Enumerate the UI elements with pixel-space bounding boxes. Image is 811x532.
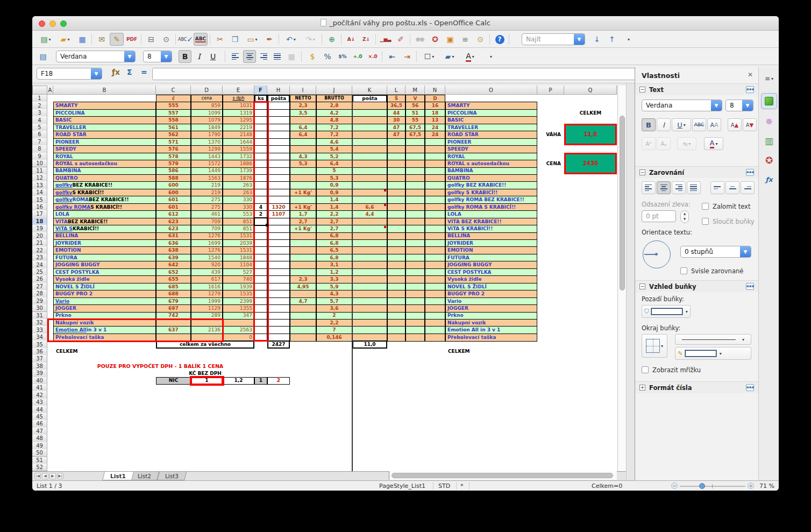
redo-icon[interactable]: ↷▾: [301, 33, 319, 46]
data-sources-icon[interactable]: ≡: [458, 33, 472, 46]
sort-ascending-icon[interactable]: A↓: [344, 33, 358, 46]
row-header-20[interactable]: 20: [32, 232, 47, 240]
row-header-44[interactable]: 44: [32, 406, 47, 413]
character-spacing-button[interactable]: ⇆▾: [677, 137, 696, 150]
align-right-button[interactable]: [672, 181, 686, 194]
column-header-D[interactable]: D: [191, 86, 223, 95]
copy-icon[interactable]: ❐: [228, 33, 242, 46]
cut-icon[interactable]: ✂: [213, 33, 227, 46]
row-header-1[interactable]: 1: [32, 95, 47, 102]
row-header-22[interactable]: 22: [32, 246, 47, 254]
sheet-nav-previous-icon[interactable]: ◀: [42, 473, 48, 479]
cena-label[interactable]: CENA: [537, 160, 561, 167]
total-price-cell[interactable]: 2427: [267, 341, 290, 349]
delete-decimal-button[interactable]: ×.0: [366, 50, 380, 63]
standard-format-button[interactable]: $%: [336, 50, 350, 63]
column-header-O[interactable]: O: [445, 86, 537, 95]
sheet-nav-first-icon[interactable]: |◀: [34, 473, 41, 479]
row-header-46[interactable]: 46: [32, 420, 47, 428]
row-header-41[interactable]: 41: [32, 384, 47, 392]
navigator-icon[interactable]: ✪: [428, 33, 442, 46]
align-bottom-button[interactable]: [741, 181, 755, 194]
row-header-21[interactable]: 21: [32, 239, 47, 247]
section-text[interactable]: − Text ▪▪▪: [635, 83, 758, 95]
save-icon[interactable]: ▦: [75, 33, 89, 46]
row-header-13[interactable]: 13: [32, 181, 47, 189]
dph-cell-1[interactable]: 1: [191, 377, 223, 385]
increase-font-button[interactable]: A▲: [728, 118, 742, 131]
add-decimal-button[interactable]: +.0: [351, 50, 365, 63]
subscript-button[interactable]: Aₐ: [657, 137, 671, 150]
align-middle-button[interactable]: [725, 181, 739, 194]
formula-input[interactable]: [152, 68, 656, 80]
row-header-35[interactable]: 35: [32, 341, 47, 348]
row-header-8[interactable]: 8: [32, 145, 47, 153]
borders-button[interactable]: ☐▾: [419, 50, 439, 63]
vertical-scrollbar-thumb[interactable]: [620, 116, 625, 290]
column-header-J[interactable]: J: [316, 86, 352, 95]
row-header-29[interactable]: 29: [32, 297, 47, 305]
row-header-38[interactable]: 38: [32, 363, 47, 370]
row-header-23[interactable]: 23: [32, 254, 47, 261]
align-justify-button[interactable]: [271, 50, 284, 63]
percent-button[interactable]: %: [321, 50, 335, 63]
column-header-E[interactable]: E: [223, 86, 254, 95]
align-left-button[interactable]: [642, 181, 656, 194]
row-header-42[interactable]: 42: [32, 391, 47, 399]
background-color-button[interactable]: ▰▾: [440, 50, 459, 63]
row-header-19[interactable]: 19: [32, 225, 47, 232]
toolbar-overflow-icon[interactable]: ▾: [484, 50, 497, 63]
sidebar-menu-icon[interactable]: ≡▾: [761, 70, 777, 87]
underline-button[interactable]: U: [207, 50, 219, 63]
chevron-down-icon[interactable]: ▼: [711, 100, 722, 111]
sheet-nav-last-icon[interactable]: ▶|: [57, 473, 63, 479]
dph-cell-3[interactable]: 1: [254, 377, 267, 385]
row-header-51[interactable]: 51: [32, 457, 47, 464]
row-header-48[interactable]: 48: [32, 435, 47, 442]
row-header-28[interactable]: 28: [32, 290, 47, 297]
row-header-37[interactable]: 37: [32, 355, 47, 363]
panel-close-icon[interactable]: ✕: [748, 71, 753, 79]
find-and-replace-icon[interactable]: ◎◎: [413, 33, 427, 46]
strikethrough-button[interactable]: ABC: [692, 118, 706, 131]
row-header-30[interactable]: 30: [32, 304, 47, 312]
new-document-icon[interactable]: ▤▾: [37, 33, 55, 46]
indent-spinner[interactable]: ▲▼: [680, 210, 689, 223]
increase-indent-button[interactable]: ⇥: [400, 50, 414, 63]
bold-button[interactable]: B: [642, 118, 656, 131]
column-header-K[interactable]: K: [352, 86, 387, 95]
total-weight-cell[interactable]: 11,0: [352, 341, 387, 349]
sheet-nav-next-icon[interactable]: ▶: [49, 473, 56, 479]
cell-m34[interactable]: [406, 334, 425, 342]
chevron-down-icon[interactable]: ▼: [742, 100, 753, 111]
row-header-3[interactable]: 3: [32, 109, 47, 117]
row-header-45[interactable]: 45: [32, 413, 47, 421]
column-header-F[interactable]: F: [254, 86, 267, 95]
collapse-icon[interactable]: −: [639, 283, 645, 289]
send-email-icon[interactable]: ✉: [95, 33, 109, 46]
row-header-18[interactable]: 18: [32, 218, 47, 225]
cell-j34[interactable]: 0,146: [316, 334, 352, 342]
align-dialog-launcher-icon[interactable]: ▪▪▪: [746, 169, 754, 176]
cell-n34[interactable]: [425, 334, 445, 342]
function-wizard-icon[interactable]: ƒx: [112, 68, 120, 76]
number-dialog-launcher-icon[interactable]: ▪▪▪: [746, 384, 754, 391]
row-header-33[interactable]: 33: [32, 326, 47, 334]
column-header-H[interactable]: H: [267, 86, 290, 95]
column-header-I[interactable]: I: [290, 86, 316, 95]
dph-cell-0[interactable]: NIC: [156, 377, 191, 385]
help-icon[interactable]: ?: [493, 33, 507, 46]
sidebar-splitter[interactable]: [626, 83, 635, 480]
row-header-12[interactable]: 12: [32, 174, 47, 182]
sort-descending-icon[interactable]: Z↓: [359, 33, 373, 46]
superscript-button[interactable]: Aᴬ: [642, 137, 656, 150]
name-box[interactable]: F18▼: [37, 68, 102, 80]
sum-icon[interactable]: Σ: [127, 68, 132, 76]
wrap-text-checkbox[interactable]: Zalomit text: [702, 203, 750, 210]
cell-dialog-launcher-icon[interactable]: ▪▪▪: [746, 283, 754, 290]
cell-name-34[interactable]: Přebalovací taška: [53, 334, 156, 342]
celkem-q3[interactable]: CELKEM: [564, 109, 617, 117]
row-header-17[interactable]: 17: [32, 210, 47, 218]
status-selection-mode[interactable]: STD: [438, 483, 450, 490]
dph-cell-2[interactable]: 1,2: [223, 377, 254, 385]
